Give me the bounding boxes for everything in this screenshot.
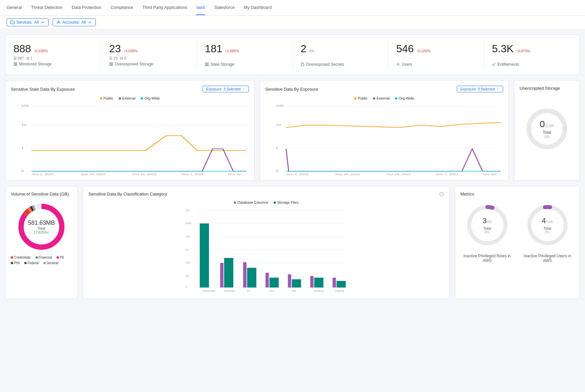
svg-text:0: 0 (276, 169, 278, 173)
svg-text:100: 100 (186, 261, 190, 264)
metric-users-wrap: 4 /546 Total 0% (523, 200, 572, 250)
stat-overexposed-secrets: 2 0% Overexposed Secrets (293, 40, 388, 69)
legend-orgwide-stale: Org-Wide (141, 96, 160, 100)
stats-row: 888 ↑0.339% ☰ 887 ⊟ 1 Monitored Storage … (5, 35, 580, 75)
card-volume: Volume of Sensitive Data (GB) (5, 186, 78, 299)
metric-roles-wrap: 3 /63 Total 0% (463, 200, 512, 250)
main-content: Sensitive Stale Data By Exposure Exposur… (5, 80, 580, 299)
exposure-data-btn[interactable]: Exposure: 3 Selected (457, 86, 503, 92)
volume-legend: Credentials Financial PII PHI Federal Ge… (11, 256, 72, 265)
grid-icon-3 (205, 62, 209, 66)
nav-data-protection[interactable]: Data Protection (72, 0, 101, 15)
svg-rect-3 (14, 64, 15, 66)
stat-change-monitored: ↑0.339% (34, 49, 48, 53)
legend-financial: Financial (36, 256, 52, 259)
svg-rect-67 (220, 263, 224, 288)
legend-db-columns: Database Columns (234, 200, 268, 204)
legend-orgwide-data: Org-Wide (395, 96, 414, 100)
chart-sensitive-stale: Sensitive Stale Data By Exposure Exposur… (5, 80, 255, 181)
svg-rect-69 (243, 262, 247, 288)
stat-change-entitlements: ↑0.075% (516, 49, 530, 53)
classify-title: Sensitive Data By Classification Categor… (88, 192, 167, 196)
svg-point-0 (58, 21, 59, 22)
services-value: All (34, 20, 38, 25)
metric-users-center: 4 /546 Total 0% (542, 217, 553, 234)
key-icon (492, 62, 496, 66)
svg-text:Sep 2, 2023: Sep 2, 2023 (286, 173, 308, 175)
metric-roles-num: 3 (483, 217, 487, 225)
stat-number-monitored: 888 (13, 43, 31, 55)
unencrypted-pct: 0% (540, 135, 554, 139)
svg-rect-76 (314, 278, 324, 288)
nav-salesforce[interactable]: Salesforce (214, 0, 234, 15)
stale-legend: Public External Org-Wide (11, 96, 249, 100)
chart-sensitive-data: Sensitive Data By Exposure Exposure: 3 S… (260, 80, 509, 181)
svg-text:Oct 16, 2023: Oct 16, 2023 (387, 173, 410, 175)
metric-roles-denom: /63 (487, 220, 492, 224)
metric-users-pct: 0% (542, 230, 553, 234)
svg-text:Nov 7, 2023: Nov 7, 2023 (436, 173, 458, 175)
svg-rect-6 (111, 63, 113, 64)
accounts-value: All (81, 20, 85, 25)
chart-sensitive-title: Sensitive Data By Exposure (265, 87, 318, 92)
svg-rect-70 (247, 268, 256, 288)
svg-text:General: General (314, 289, 324, 292)
user-icon (396, 62, 400, 66)
stat-change-secrets: 0% (309, 49, 314, 53)
stat-number-stale: 181 (205, 43, 222, 55)
stat-users: 546 ↑0.183% Users (388, 40, 484, 69)
chevron-stale-icon (242, 87, 245, 91)
doc-icon (301, 62, 305, 66)
stat-number-secrets: 2 (301, 43, 306, 55)
services-filter[interactable]: Services: All (7, 18, 49, 26)
svg-text:Federal: Federal (335, 289, 344, 292)
nav-threat[interactable]: Threat Detection (31, 0, 62, 15)
svg-text:PHI: PHI (292, 289, 296, 292)
info-icon (439, 192, 444, 196)
metric-roles-footer: Inactive Privileged Roles in AWS (460, 254, 514, 263)
svg-text:100: 100 (21, 104, 29, 108)
svg-text:1: 1 (21, 146, 24, 150)
accounts-filter[interactable]: Accounts: All (53, 18, 96, 26)
svg-text:0: 0 (21, 169, 24, 173)
svg-rect-11 (206, 65, 207, 66)
metrics-title: Metrics (460, 192, 574, 196)
svg-text:Credentials: Credentials (202, 289, 215, 292)
volume-title: Volume of Sensitive Data (GB) (11, 192, 72, 196)
svg-text:10k: 10k (186, 235, 190, 238)
stat-change-stale: ↑1.685% (225, 49, 239, 53)
nav-compliance[interactable]: Compliance (110, 0, 133, 15)
stat-number-users: 546 (396, 43, 414, 55)
stat-entitlements: 5.3K ↑0.075% Entitlements (484, 40, 579, 69)
svg-text:1: 1 (186, 285, 187, 288)
stat-meta1-monitored: ☰ 887 (13, 56, 24, 60)
nav-iaas[interactable]: IaaS (196, 0, 205, 15)
metric-users-denom: /546 (546, 220, 553, 224)
svg-text:Oct 16, 2023: Oct 16, 2023 (133, 173, 156, 175)
nav-my-dashboard[interactable]: My Dashboard (244, 0, 272, 15)
volume-donut: 581.63MB Total 17.825%↑ (11, 200, 72, 253)
metric-users: 4 /546 Total 0% Inactive Privileged User… (521, 200, 574, 263)
legend-storage-files: Storage Files (274, 200, 299, 204)
svg-rect-78 (337, 281, 346, 288)
svg-text:PCI: PCI (270, 289, 274, 292)
metric-roles-center: 3 /63 Total 0% (483, 217, 492, 234)
svg-text:1: 1 (276, 146, 278, 150)
stat-number-overexposed: 23 (109, 43, 121, 55)
exposure-stale-btn[interactable]: Exposure: 3 Selected (203, 86, 249, 92)
svg-text:1k: 1k (186, 248, 189, 251)
metric-users-footer: Inactive Privileged Users in AWS (521, 254, 574, 263)
legend-external-stale: External (119, 96, 135, 100)
nav-third-party[interactable]: Third Party Applications (142, 0, 187, 15)
svg-text:10: 10 (21, 123, 26, 127)
svg-text:Sep 24, 2023: Sep 24, 2023 (335, 173, 360, 175)
stat-meta2-monitored: ⊟ 1 (26, 56, 32, 60)
classify-legend: Database Columns Storage Files (88, 200, 444, 204)
classify-chart-svg: 1M 100k 10k 1k 100 10 1 (88, 207, 444, 292)
card-metrics: Metrics 3 /63 (455, 186, 580, 299)
svg-rect-75 (310, 276, 314, 288)
unencrypted-title: Unencrypted Storage (520, 86, 560, 91)
nav-general[interactable]: General (7, 0, 22, 15)
grid-icon-2 (109, 62, 113, 66)
svg-rect-8 (111, 64, 113, 66)
